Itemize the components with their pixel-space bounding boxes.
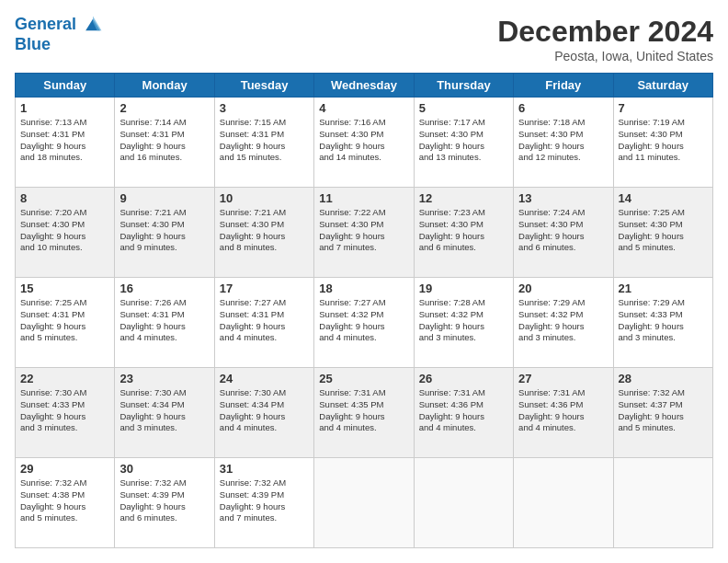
calendar-cell: 16Sunrise: 7:26 AMSunset: 4:31 PMDayligh… [115, 278, 214, 368]
calendar-cell: 27Sunrise: 7:31 AMSunset: 4:36 PMDayligh… [514, 368, 613, 458]
calendar-cell [314, 458, 414, 548]
day-detail: Sunrise: 7:24 AMSunset: 4:30 PMDaylight:… [518, 207, 608, 254]
calendar-cell: 11Sunrise: 7:22 AMSunset: 4:30 PMDayligh… [314, 188, 414, 278]
calendar-cell: 4Sunrise: 7:16 AMSunset: 4:30 PMDaylight… [314, 98, 414, 188]
day-number: 22 [20, 372, 109, 385]
weekday-header-monday: Monday [115, 74, 214, 98]
day-number: 12 [419, 191, 508, 205]
calendar-cell: 22Sunrise: 7:30 AMSunset: 4:33 PMDayligh… [16, 368, 115, 458]
calendar-cell: 25Sunrise: 7:31 AMSunset: 4:35 PMDayligh… [314, 368, 414, 458]
day-detail: Sunrise: 7:22 AMSunset: 4:30 PMDaylight:… [319, 207, 408, 254]
title-section: December 2024 Peosta, Iowa, United State… [497, 15, 713, 63]
day-detail: Sunrise: 7:21 AMSunset: 4:30 PMDaylight:… [220, 207, 309, 254]
day-number: 16 [119, 282, 209, 295]
day-number: 14 [619, 191, 708, 205]
calendar-cell: 26Sunrise: 7:31 AMSunset: 4:36 PMDayligh… [414, 368, 513, 458]
day-detail: Sunrise: 7:29 AMSunset: 4:32 PMDaylight:… [518, 297, 608, 344]
header: General Blue December 2024 Peosta, Iowa,… [15, 15, 713, 63]
weekday-header-wednesday: Wednesday [314, 74, 414, 98]
day-number: 13 [518, 191, 608, 205]
calendar-cell: 18Sunrise: 7:27 AMSunset: 4:32 PMDayligh… [314, 278, 414, 368]
day-number: 25 [319, 372, 408, 385]
day-detail: Sunrise: 7:31 AMSunset: 4:36 PMDaylight:… [518, 387, 608, 434]
day-number: 28 [619, 372, 708, 385]
month-title: December 2024 [497, 15, 713, 49]
calendar-cell: 28Sunrise: 7:32 AMSunset: 4:37 PMDayligh… [613, 368, 712, 458]
day-number: 3 [220, 101, 309, 115]
calendar-cell: 6Sunrise: 7:18 AMSunset: 4:30 PMDaylight… [514, 98, 613, 188]
day-detail: Sunrise: 7:26 AMSunset: 4:31 PMDaylight:… [119, 297, 209, 344]
day-number: 6 [518, 101, 608, 115]
calendar-cell: 23Sunrise: 7:30 AMSunset: 4:34 PMDayligh… [115, 368, 214, 458]
day-detail: Sunrise: 7:28 AMSunset: 4:32 PMDaylight:… [419, 297, 508, 344]
location: Peosta, Iowa, United States [497, 49, 713, 63]
weekday-header-saturday: Saturday [613, 74, 712, 98]
calendar-cell: 12Sunrise: 7:23 AMSunset: 4:30 PMDayligh… [414, 188, 513, 278]
day-detail: Sunrise: 7:32 AMSunset: 4:39 PMDaylight:… [119, 477, 209, 524]
day-number: 24 [220, 372, 309, 385]
day-number: 7 [619, 101, 708, 115]
day-number: 23 [119, 372, 209, 385]
day-detail: Sunrise: 7:23 AMSunset: 4:30 PMDaylight:… [419, 207, 508, 254]
day-detail: Sunrise: 7:13 AMSunset: 4:31 PMDaylight:… [20, 117, 109, 164]
day-detail: Sunrise: 7:17 AMSunset: 4:30 PMDaylight:… [419, 117, 508, 164]
day-number: 21 [619, 282, 708, 295]
calendar-cell: 29Sunrise: 7:32 AMSunset: 4:38 PMDayligh… [16, 458, 115, 548]
calendar-cell: 30Sunrise: 7:32 AMSunset: 4:39 PMDayligh… [115, 458, 214, 548]
day-detail: Sunrise: 7:32 AMSunset: 4:39 PMDaylight:… [220, 477, 309, 524]
day-number: 29 [20, 462, 109, 476]
calendar-cell: 19Sunrise: 7:28 AMSunset: 4:32 PMDayligh… [414, 278, 513, 368]
day-number: 1 [20, 101, 109, 115]
day-detail: Sunrise: 7:27 AMSunset: 4:32 PMDaylight:… [319, 297, 408, 344]
weekday-header-friday: Friday [514, 74, 613, 98]
day-number: 18 [319, 282, 408, 295]
day-detail: Sunrise: 7:18 AMSunset: 4:30 PMDaylight:… [518, 117, 608, 164]
day-number: 8 [20, 191, 109, 205]
day-detail: Sunrise: 7:29 AMSunset: 4:33 PMDaylight:… [619, 297, 708, 344]
day-number: 31 [220, 462, 309, 476]
calendar-table: SundayMondayTuesdayWednesdayThursdayFrid… [15, 73, 713, 548]
day-detail: Sunrise: 7:27 AMSunset: 4:31 PMDaylight:… [220, 297, 309, 344]
day-number: 26 [419, 372, 508, 385]
calendar-cell: 31Sunrise: 7:32 AMSunset: 4:39 PMDayligh… [214, 458, 313, 548]
day-detail: Sunrise: 7:25 AMSunset: 4:31 PMDaylight:… [20, 297, 109, 344]
day-number: 17 [220, 282, 309, 295]
day-detail: Sunrise: 7:14 AMSunset: 4:31 PMDaylight:… [119, 117, 209, 164]
day-detail: Sunrise: 7:15 AMSunset: 4:31 PMDaylight:… [220, 117, 309, 164]
day-detail: Sunrise: 7:16 AMSunset: 4:30 PMDaylight:… [319, 117, 408, 164]
calendar-cell: 1Sunrise: 7:13 AMSunset: 4:31 PMDaylight… [16, 98, 115, 188]
day-number: 2 [119, 101, 209, 115]
calendar-cell: 24Sunrise: 7:30 AMSunset: 4:34 PMDayligh… [214, 368, 313, 458]
calendar-cell: 13Sunrise: 7:24 AMSunset: 4:30 PMDayligh… [514, 188, 613, 278]
logo: General Blue [15, 15, 103, 54]
day-detail: Sunrise: 7:21 AMSunset: 4:30 PMDaylight:… [119, 207, 209, 254]
page: General Blue December 2024 Peosta, Iowa,… [0, 0, 728, 563]
calendar-cell: 3Sunrise: 7:15 AMSunset: 4:31 PMDaylight… [214, 98, 313, 188]
calendar-cell: 21Sunrise: 7:29 AMSunset: 4:33 PMDayligh… [613, 278, 712, 368]
calendar-cell: 8Sunrise: 7:20 AMSunset: 4:30 PMDaylight… [16, 188, 115, 278]
day-detail: Sunrise: 7:19 AMSunset: 4:30 PMDaylight:… [619, 117, 708, 164]
weekday-header-tuesday: Tuesday [214, 74, 313, 98]
day-detail: Sunrise: 7:30 AMSunset: 4:33 PMDaylight:… [20, 387, 109, 434]
day-detail: Sunrise: 7:30 AMSunset: 4:34 PMDaylight:… [119, 387, 209, 434]
calendar-cell: 15Sunrise: 7:25 AMSunset: 4:31 PMDayligh… [16, 278, 115, 368]
day-number: 19 [419, 282, 508, 295]
day-detail: Sunrise: 7:32 AMSunset: 4:37 PMDaylight:… [619, 387, 708, 434]
logo-blue: Blue [15, 35, 103, 54]
weekday-header-thursday: Thursday [414, 74, 513, 98]
day-number: 9 [119, 191, 209, 205]
day-number: 4 [319, 101, 408, 115]
day-detail: Sunrise: 7:32 AMSunset: 4:38 PMDaylight:… [20, 477, 109, 524]
calendar-cell [613, 458, 712, 548]
day-detail: Sunrise: 7:30 AMSunset: 4:34 PMDaylight:… [220, 387, 309, 434]
calendar-cell [514, 458, 613, 548]
day-number: 30 [119, 462, 209, 476]
calendar-cell: 14Sunrise: 7:25 AMSunset: 4:30 PMDayligh… [613, 188, 712, 278]
day-detail: Sunrise: 7:31 AMSunset: 4:35 PMDaylight:… [319, 387, 408, 434]
calendar-cell: 5Sunrise: 7:17 AMSunset: 4:30 PMDaylight… [414, 98, 513, 188]
day-number: 15 [20, 282, 109, 295]
calendar-cell: 10Sunrise: 7:21 AMSunset: 4:30 PMDayligh… [214, 188, 313, 278]
calendar-cell [414, 458, 513, 548]
weekday-header-sunday: Sunday [16, 74, 115, 98]
day-number: 27 [518, 372, 608, 385]
